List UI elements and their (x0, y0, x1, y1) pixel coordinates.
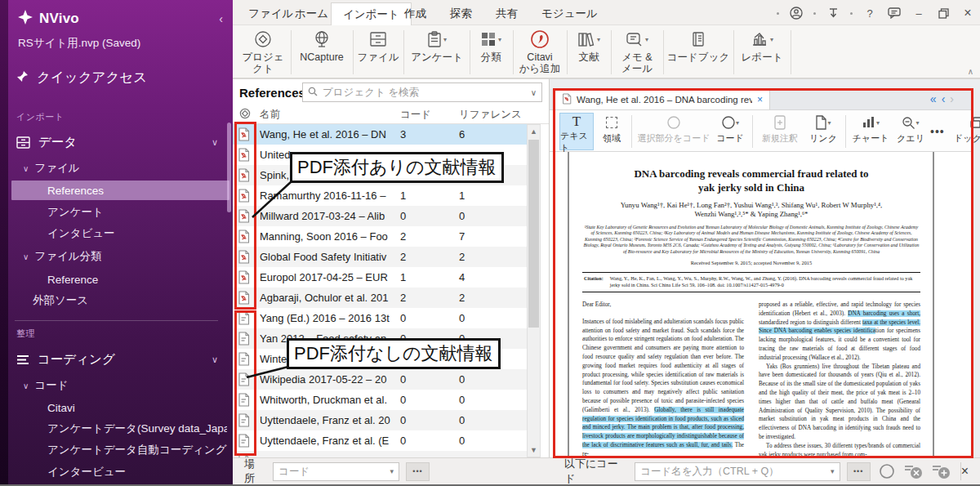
sidebar-item-interview-code[interactable]: インタービュー (0, 462, 229, 482)
link-button[interactable]: ▾ リンク (806, 113, 840, 150)
ncapture-icon (313, 29, 331, 50)
tab-modules[interactable]: モジュール (530, 2, 609, 25)
ribbon-button-files[interactable]: ファイル (355, 29, 401, 76)
minimize-button[interactable]: – (911, 6, 926, 20)
column-header-references[interactable]: リファレンス (459, 108, 522, 122)
ribbon-button-survey[interactable]: ▾ アンケート (407, 29, 467, 76)
reference-code-count: 1 (400, 271, 406, 283)
pdf-document-area[interactable]: DNA barcoding reveals commercial fraud r… (550, 152, 973, 457)
pdf-page: DNA barcoding reveals commercial fraud r… (582, 152, 920, 457)
sidebar-item-survey-autocode[interactable]: アンケートデータ自動コーディング (0, 440, 229, 460)
scroll-down-icon[interactable]: ▼ (528, 444, 540, 457)
column-header-name[interactable]: 名前 (260, 108, 280, 122)
next-tab-icon[interactable]: › (950, 92, 959, 105)
uncode-icon[interactable] (903, 462, 924, 480)
sidebar-item-file-classification[interactable]: ∨ファイル分類 (0, 247, 229, 266)
location-combo[interactable]: コード ▾ (273, 462, 399, 481)
close-icon[interactable]: × (757, 94, 763, 105)
undock-button[interactable]: ドック解除 (953, 113, 980, 150)
ribbon-button-project[interactable]: プロジェクト (238, 29, 288, 76)
sidebar-item-external-sources[interactable]: 外部ソース (0, 291, 229, 310)
table-row[interactable]: Global Food Safety Initiativ 2 2 (233, 247, 527, 267)
sidebar-item-survey-data[interactable]: アンケートデータ(Survey data_Japa... (0, 419, 229, 439)
document-tab[interactable]: Wang, He et al. 2016 – DNA barcoding rev… (555, 89, 770, 109)
chevron-down-icon[interactable]: ∨ (212, 137, 218, 148)
chevron-down-icon[interactable]: ∨ (212, 354, 218, 365)
table-row[interactable]: Ramamurthy 2016-11-16 – 1 1 (233, 185, 527, 206)
table-row[interactable]: Uyttendaele, Franz et al. (E 0 0 (233, 430, 527, 451)
sidebar-item-references[interactable]: References (11, 181, 229, 200)
quick-access[interactable]: クイックアクセス (16, 69, 147, 87)
ribbon-button-classification[interactable]: ▾ 分類 (472, 29, 510, 76)
code-name-combo[interactable]: コード名を入力（CTRL + Q） ▾ (635, 462, 840, 481)
tab-share[interactable]: 共有 (484, 2, 529, 25)
sidebar-item-interview[interactable]: インタビュー (0, 224, 229, 243)
query-button[interactable]: ▾ クエリ (894, 113, 927, 150)
tab-create[interactable]: 作成 (393, 2, 438, 25)
search-input[interactable] (323, 87, 526, 98)
table-row[interactable]: Manning, Soon 2016 – Foo 2 7 (233, 226, 527, 247)
reference-name: Wang, He et al. 2016 – DN (260, 128, 394, 140)
search-box[interactable]: ∨ (302, 82, 542, 102)
sidebar-item-citavi[interactable]: Citavi (0, 398, 229, 417)
reference-code-count: 1 (400, 189, 406, 202)
sidebar-item-survey[interactable]: アンケート (0, 203, 229, 222)
scroll-up-icon[interactable]: ▲ (528, 125, 540, 138)
ribbon-button-codebook[interactable]: コードブック (666, 29, 730, 76)
code-add-icon[interactable] (931, 462, 961, 480)
chevron-down-icon[interactable]: ∨ (23, 164, 29, 173)
sidebar-item-reference-class[interactable]: Reference (0, 270, 229, 289)
table-row[interactable]: Wang, He et al. 2016 – DN 3 6 (233, 124, 527, 145)
more-options-icon[interactable]: ••• (930, 125, 945, 138)
ribbon-button-memo-mail[interactable]: ▾ メモ & メール (614, 29, 660, 76)
table-row[interactable]: Wikipedia 2017-05-22 – 20 0 0 (233, 369, 527, 390)
pdf-file-icon (238, 209, 252, 223)
code-selection-button[interactable]: 選択部分をコード (636, 113, 711, 150)
table-row[interactable]: Europol 2017-04-25 – EUR 1 4 (233, 267, 527, 288)
list-column-header[interactable]: 名前 コード リファレンス (233, 105, 549, 124)
chevron-down-icon[interactable]: ∨ (531, 88, 537, 97)
sidebar-item-codes[interactable]: ∨コード (0, 376, 229, 395)
region-mode-button[interactable]: 領域 (597, 113, 626, 150)
scrollbar-thumb[interactable] (528, 140, 539, 328)
close-button[interactable]: × (960, 6, 975, 20)
table-row[interactable]: Millward 2017-03-24 – Alib 0 0 (233, 206, 527, 226)
sidebar-collapse-icon[interactable]: ‹ (219, 12, 223, 25)
feedback-icon[interactable] (887, 6, 902, 20)
sidebar-item-data[interactable]: データ ∨ (0, 132, 229, 152)
sidebar-item-coding[interactable]: コーディング ∨ (0, 350, 229, 369)
first-tab-icon[interactable]: « (930, 92, 942, 105)
table-row[interactable]: Agbaraji, Ochulor et al. 201 2 2 (233, 288, 527, 308)
restore-button[interactable] (936, 6, 951, 20)
account-icon[interactable] (789, 6, 804, 20)
table-row[interactable]: Whitworth, Druckman et al. 0 0 (233, 390, 527, 410)
sync-icon[interactable] (826, 6, 840, 20)
code-button[interactable]: ▾ コード (713, 113, 747, 150)
code-stripe-icon[interactable] (877, 462, 897, 480)
close-coding-bar-icon[interactable]: × (961, 464, 969, 479)
ribbon-button-report[interactable]: ▾ レポート (737, 29, 787, 76)
chevron-down-icon[interactable]: ∨ (23, 252, 29, 261)
help-icon[interactable]: ? (862, 6, 877, 20)
text-mode-button[interactable]: T テキスト (559, 113, 594, 150)
ribbon-button-ncapture[interactable]: NCapture (293, 29, 350, 76)
ribbon-button-citavi[interactable]: Citavi から追加 (516, 29, 564, 76)
sidebar-item-files[interactable]: ∨ファイル (0, 158, 229, 178)
sidebar-scrollbar[interactable] (227, 123, 231, 212)
tab-explore[interactable]: 探索 (439, 2, 483, 25)
column-header-code[interactable]: コード (400, 108, 431, 122)
chart-button[interactable]: ▾ チャート (850, 113, 891, 150)
reference-name: Yang (Ed.) 2016 – 2016 13t (260, 312, 394, 324)
table-row[interactable]: United States Congress 0 0 (233, 451, 527, 457)
prev-tab-icon[interactable]: ‹ (942, 92, 951, 105)
ribbon-collapse-icon[interactable]: ∧ (968, 67, 973, 76)
new-annotation-button[interactable]: 新規注釈 (757, 113, 803, 150)
code-at-label: 以下にコード (564, 457, 626, 486)
location-more-button[interactable]: ••• (406, 462, 430, 481)
table-row[interactable]: Yang (Ed.) 2016 – 2016 13t 0 0 (233, 308, 527, 328)
table-row[interactable]: Uyttendaele, Franz et al. 20 0 0 (233, 410, 527, 430)
list-scrollbar[interactable]: ▲ ▼ (527, 124, 541, 457)
chevron-down-icon[interactable]: ∨ (23, 381, 29, 390)
ribbon-button-bibliography[interactable]: ▾ 文献 (570, 29, 608, 76)
code-more-button[interactable]: ••• (847, 462, 871, 481)
